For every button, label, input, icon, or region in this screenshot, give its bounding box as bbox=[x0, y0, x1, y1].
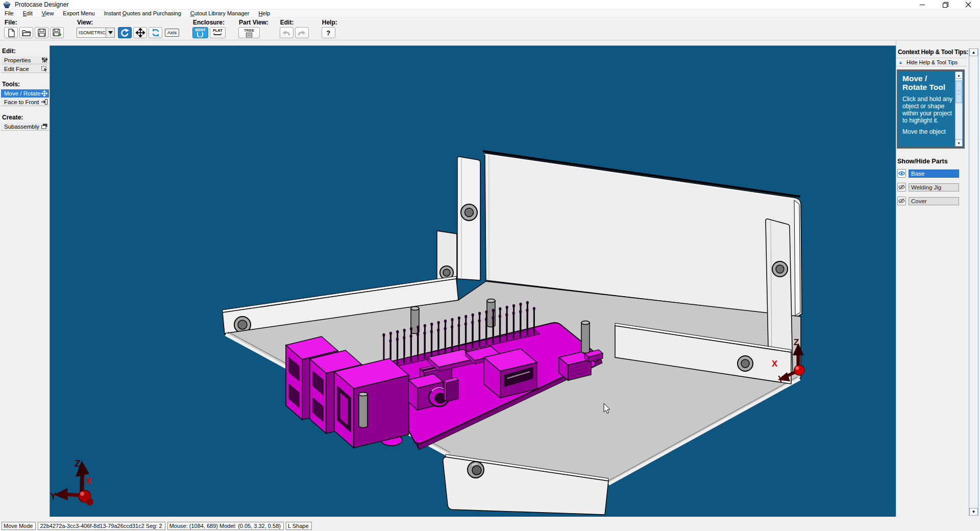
app-logo-icon bbox=[4, 2, 10, 8]
toolbar-group-edit: Edit: bbox=[280, 17, 310, 40]
right-help-panel: Context Help & Tool Tips: ▲ Hide Help & … bbox=[896, 40, 980, 517]
restore-button[interactable] bbox=[934, 0, 957, 10]
toolbar-group-partview: Part View: TREE bbox=[238, 17, 268, 40]
rotate-icon bbox=[120, 28, 130, 38]
part-base[interactable]: Base bbox=[909, 170, 959, 178]
sliders-icon bbox=[42, 57, 47, 63]
tool-tip-more: Move the object bbox=[902, 128, 953, 135]
tree-view-button[interactable]: TREE bbox=[238, 27, 260, 38]
origin-x-label: X bbox=[772, 359, 778, 369]
view-mode-value: ISOMETRIC bbox=[77, 28, 106, 38]
properties-button[interactable]: Properties bbox=[1, 56, 49, 64]
part-row-base: Base bbox=[897, 169, 967, 178]
menu-view[interactable]: View bbox=[37, 10, 59, 17]
bent-label: BENT bbox=[195, 28, 205, 32]
chevron-down-icon bbox=[108, 31, 113, 34]
part-welding-jig[interactable]: Welding Jig bbox=[909, 183, 959, 191]
hide-help-link[interactable]: ▲ Hide Help & Tool Tips bbox=[896, 58, 967, 66]
minimize-button[interactable] bbox=[911, 0, 934, 10]
rotate-view-button[interactable] bbox=[118, 27, 132, 38]
toolbar-partview-label: Part View: bbox=[239, 19, 268, 26]
toolbar-help-label: Help: bbox=[322, 19, 337, 26]
view-mode-dropdown[interactable]: ISOMETRIC bbox=[77, 28, 115, 38]
tip-scroll-down-icon[interactable]: ▼ bbox=[955, 139, 963, 147]
menu-edit[interactable]: Edit bbox=[18, 10, 37, 17]
panel-scrollbar[interactable]: ▲ ▼ bbox=[969, 49, 978, 516]
flat-view-button[interactable]: FLAT bbox=[210, 27, 226, 38]
toolbar-group-help: Help: ? bbox=[322, 17, 337, 40]
toolbar-group-view: View: ISOMETRIC Axis bbox=[77, 17, 179, 40]
save-icon bbox=[38, 29, 46, 37]
collapse-triangle-icon: ▲ bbox=[898, 60, 903, 65]
tip-scrollbar[interactable]: ▲ ▼ bbox=[955, 71, 963, 147]
status-bar: Move Mode 22b4272a-3cc3-406f-8d13-79a26c… bbox=[0, 517, 980, 531]
context-help-header: Context Help & Tool Tips: bbox=[898, 49, 967, 56]
menu-instant-quotes-and-purchasing[interactable]: Instant Quotes and Purchasing bbox=[100, 10, 186, 17]
redo-button[interactable] bbox=[295, 27, 309, 38]
base-visibility-toggle[interactable] bbox=[897, 169, 906, 178]
save-as-icon bbox=[53, 29, 62, 37]
help-button[interactable]: ? bbox=[322, 27, 335, 38]
bent-shape-icon bbox=[197, 32, 204, 37]
save-button[interactable] bbox=[35, 27, 48, 38]
eye-open-icon bbox=[898, 171, 905, 176]
redo-icon bbox=[297, 29, 306, 36]
toolbar: File: View: ISOMETRIC bbox=[0, 17, 980, 40]
close-button[interactable] bbox=[957, 0, 980, 10]
new-file-button[interactable] bbox=[4, 27, 18, 38]
world-axis-gizmo: Z X Y bbox=[50, 458, 93, 505]
cover-visibility-toggle[interactable] bbox=[897, 197, 906, 205]
edit-section-header: Edit: bbox=[2, 47, 50, 55]
tree-list-icon bbox=[246, 33, 252, 37]
toolbar-group-file: File: bbox=[4, 17, 65, 40]
status-shape: L Shape bbox=[286, 522, 312, 530]
orbit-refresh-icon bbox=[151, 28, 160, 37]
open-file-button[interactable] bbox=[19, 27, 33, 38]
ethernet-port bbox=[334, 358, 409, 448]
tools-section-header: Tools: bbox=[2, 81, 50, 88]
open-folder-icon bbox=[22, 29, 31, 37]
menu-cutout-library-manager[interactable]: Cutout Library Manager bbox=[186, 10, 254, 17]
create-section-header: Create: bbox=[2, 114, 50, 121]
move-rotate-tool-button[interactable]: Move / Rotate bbox=[1, 89, 49, 98]
subassembly-button[interactable]: Subassembly bbox=[1, 123, 49, 131]
origin-y-label: Y bbox=[778, 374, 784, 384]
flat-shape-icon bbox=[213, 33, 222, 37]
flat-label: FLAT bbox=[213, 29, 223, 33]
welding-jig-visibility-toggle[interactable] bbox=[897, 183, 906, 191]
bent-view-button[interactable]: BENT bbox=[192, 27, 208, 38]
face-to-front-button[interactable]: Face to Front bbox=[1, 98, 49, 106]
toolbar-group-enclosure: Enclosure: BENT FLAT bbox=[192, 17, 227, 40]
eye-closed-icon bbox=[898, 184, 905, 190]
menu-export-menu[interactable]: Export Menu bbox=[58, 10, 99, 17]
edit-face-button[interactable]: Edit Face bbox=[1, 65, 49, 73]
tool-tip-body: Click and hold any object or shape withi… bbox=[902, 95, 953, 124]
part-cover[interactable]: Cover bbox=[909, 197, 959, 205]
part-row-welding-jig: Welding Jig bbox=[897, 183, 967, 191]
axis-y-label: Y bbox=[50, 491, 57, 501]
part-row-cover: Cover bbox=[897, 197, 967, 205]
tool-tip-box: Move / Rotate Tool Click and hold any ob… bbox=[897, 69, 965, 149]
panel-scroll-down-icon[interactable]: ▼ bbox=[969, 508, 978, 516]
undo-button[interactable] bbox=[280, 27, 293, 38]
axis-toggle-button[interactable]: Axis bbox=[165, 29, 179, 37]
axis-z-label: Z bbox=[75, 458, 81, 469]
menu-help[interactable]: Help bbox=[254, 10, 275, 17]
viewport-3d[interactable]: Z X Y Z X Y bbox=[50, 46, 896, 517]
menu-file[interactable]: File bbox=[0, 10, 18, 17]
save-as-button[interactable] bbox=[50, 27, 64, 38]
toolbar-edit-label: Edit: bbox=[280, 19, 310, 26]
dropdown-arrow-button[interactable] bbox=[106, 28, 115, 38]
tool-tip-title: Move / Rotate Tool bbox=[902, 74, 953, 91]
edit-face-icon bbox=[41, 66, 47, 71]
tip-scroll-up-icon[interactable]: ▲ bbox=[955, 71, 963, 79]
status-coordinates: Mouse: (1084, 689) Model: (0.05, 3.32, 0… bbox=[167, 522, 284, 530]
title-bar: Protocase Designer bbox=[0, 0, 980, 10]
panel-scroll-up-icon[interactable]: ▲ bbox=[969, 49, 978, 56]
orbit-view-button[interactable] bbox=[149, 27, 162, 38]
move-icon bbox=[136, 28, 145, 37]
toolbar-view-label: View: bbox=[77, 19, 179, 26]
tip-scroll-thumb[interactable] bbox=[955, 81, 962, 103]
move-rotate-icon bbox=[41, 90, 47, 96]
pan-view-button[interactable] bbox=[133, 27, 147, 38]
